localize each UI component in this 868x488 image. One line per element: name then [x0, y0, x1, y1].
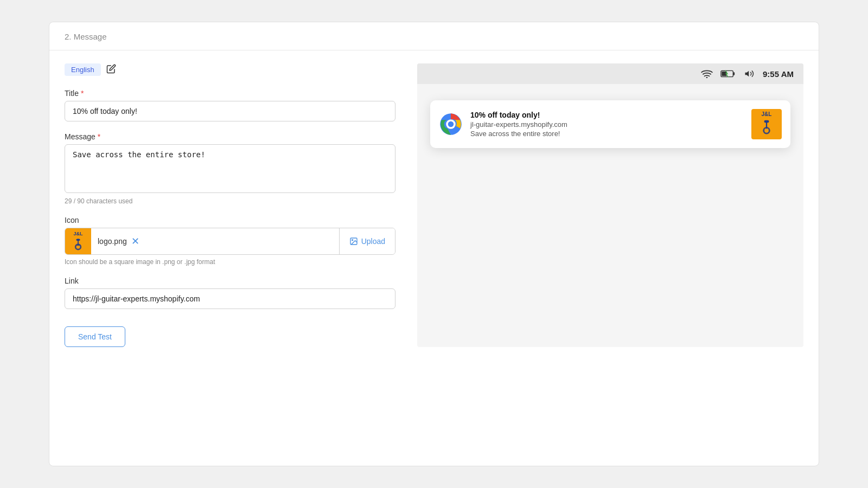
language-row: English [65, 63, 395, 76]
section-title: 2. Message [65, 32, 107, 41]
chrome-icon [439, 112, 463, 136]
guitar-icon [71, 236, 86, 252]
wifi-icon [701, 69, 713, 78]
link-label: Link [65, 277, 395, 285]
link-field-group: Link [65, 277, 395, 309]
notif-guitar-icon [757, 117, 776, 137]
notif-message: Save across the entire store! [470, 130, 744, 138]
message-textarea[interactable] [65, 144, 395, 193]
svg-point-7 [706, 77, 708, 78]
volume-icon [743, 69, 755, 79]
svg-point-6 [352, 240, 353, 241]
upload-icon [349, 237, 358, 246]
message-label: Message * [65, 132, 395, 141]
svg-marker-11 [745, 71, 749, 77]
edit-icon[interactable] [106, 64, 116, 76]
remove-icon[interactable]: ✕ [131, 235, 139, 247]
notif-title: 10% off today only! [470, 111, 744, 119]
send-test-button[interactable]: Send Test [65, 326, 125, 347]
section-header: 2. Message [49, 22, 819, 50]
title-field-group: Title * [65, 89, 395, 121]
message-required: * [98, 132, 100, 141]
battery-icon [720, 69, 736, 78]
icon-row: J&L logo.png ✕ [65, 228, 395, 255]
svg-point-15 [448, 121, 454, 127]
icon-label: Icon [65, 216, 395, 224]
time-display: 9:55 AM [763, 69, 794, 79]
language-badge[interactable]: English [65, 63, 101, 76]
notification-text: 10% off today only! jl-guitar-experts.my… [470, 111, 744, 138]
svg-rect-3 [76, 239, 80, 241]
notification-card: 10% off today only! jl-guitar-experts.my… [430, 100, 790, 148]
notif-logo: J&L [751, 109, 782, 139]
svg-point-17 [764, 129, 769, 133]
message-field-group: Message * 29 / 90 characters used [65, 132, 395, 205]
title-input[interactable] [65, 101, 395, 121]
icon-preview-text: J&L [73, 232, 82, 236]
icon-field-group: Icon J&L [65, 216, 395, 266]
content-area: English Title * Message [49, 50, 819, 360]
right-panel: 9:55 AM 10% off today only! jl-guitar-ex… [417, 63, 803, 347]
upload-button[interactable]: Upload [339, 228, 395, 254]
left-panel: English Title * Message [65, 63, 395, 347]
notif-domain: jl-guitar-experts.myshopify.com [470, 120, 744, 129]
upload-label: Upload [361, 237, 385, 246]
title-label: Title * [65, 89, 395, 98]
icon-hint: Icon should be a square image in .png or… [65, 258, 395, 266]
icon-filename-text: logo.png [98, 237, 127, 246]
link-input[interactable] [65, 288, 395, 309]
char-count: 29 / 90 characters used [65, 197, 395, 205]
icon-filename-area: logo.png ✕ [91, 235, 339, 247]
icon-preview: J&L [65, 228, 91, 254]
title-required: * [81, 89, 84, 98]
main-card: 2. Message English Title * [49, 22, 819, 466]
svg-rect-19 [764, 120, 769, 123]
status-bar: 9:55 AM [417, 63, 803, 84]
svg-rect-10 [733, 72, 735, 75]
